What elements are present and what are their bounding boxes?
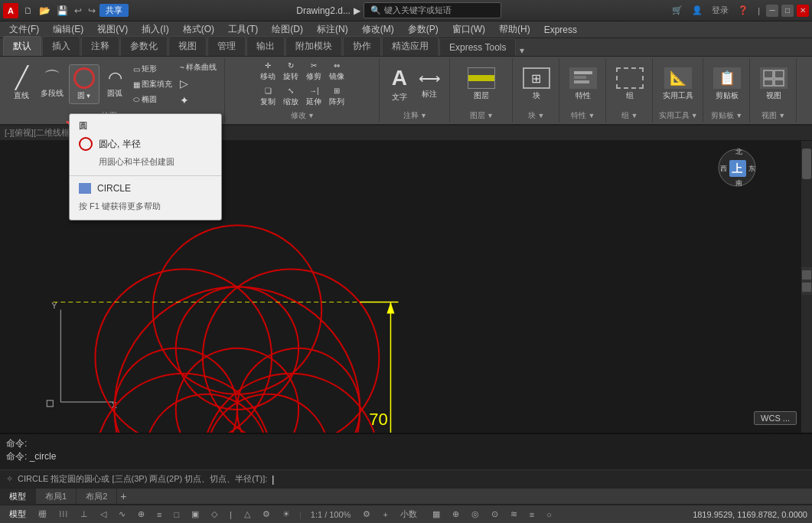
dyn-btn[interactable]: ◇ — [207, 508, 222, 521]
arc-btn[interactable]: ◠ 圆弧 — [101, 67, 129, 101]
tool2[interactable]: ⊕ — [448, 508, 464, 521]
array-btn[interactable]: ⊞ 阵列 — [326, 85, 347, 109]
extend-btn[interactable]: →| 延伸 — [303, 85, 324, 109]
tool3[interactable]: ◎ — [467, 508, 484, 521]
text-btn[interactable]: A 文字 — [386, 64, 413, 105]
tab-insert[interactable]: 插入 — [42, 36, 80, 56]
user-icon[interactable]: 👤 — [689, 4, 706, 17]
decimal-btn[interactable]: 小数 — [396, 507, 422, 521]
close-btn[interactable]: ✕ — [797, 5, 809, 17]
circle-dropdown-arrow[interactable]: ▼ — [86, 93, 92, 100]
ortho-btn[interactable]: ⊥ — [76, 508, 93, 521]
model-space-btn[interactable]: 模型 — [5, 507, 31, 521]
tab-layout2[interactable]: 布局2 — [77, 489, 117, 505]
snap-btn[interactable]: ⁞⁞⁞ — [54, 508, 73, 521]
redo-btn[interactable]: ↪ — [86, 4, 98, 18]
tool1[interactable]: ▦ — [428, 508, 445, 521]
menu-modify[interactable]: 修改(M) — [356, 21, 400, 38]
tab-output[interactable]: 输出 — [246, 36, 285, 56]
copy-btn[interactable]: ❏ 复制 — [257, 85, 279, 109]
tab-layout1[interactable]: 布局1 — [36, 489, 77, 505]
wipeout-btn[interactable]: ✦ — [177, 93, 220, 108]
layer-expand-icon[interactable]: ▼ — [487, 112, 494, 119]
share-btn[interactable]: 共享 — [99, 4, 129, 17]
tool4[interactable]: ⊙ — [487, 508, 503, 521]
lineweight-btn[interactable]: ≡ — [152, 508, 166, 521]
region-btn[interactable]: ▷ — [177, 76, 220, 91]
cart-icon[interactable]: 🛒 — [669, 4, 686, 17]
search-box[interactable]: 🔍 键入关键字或短语 — [364, 2, 501, 18]
annotscale-btn[interactable]: △ — [240, 508, 255, 521]
insert-block-btn[interactable]: ⊞ 块 — [519, 65, 554, 103]
login-btn[interactable]: 登录 — [709, 3, 732, 18]
tab-model[interactable]: 模型 — [0, 489, 36, 505]
minimize-btn[interactable]: ─ — [766, 5, 778, 17]
select-btn[interactable]: ▣ — [187, 508, 204, 521]
open-btn[interactable]: 📂 — [37, 4, 53, 18]
settings-btn[interactable]: ⚙ — [358, 508, 375, 521]
hatch-btn[interactable]: ▦ 图案填充 — [130, 77, 175, 91]
dim-btn[interactable]: ⟷ 标注 — [415, 67, 445, 102]
view-expand-icon[interactable]: ▼ — [778, 112, 785, 119]
tab-parametric[interactable]: 参数化 — [120, 36, 168, 56]
menu-draw[interactable]: 绘图(D) — [266, 21, 309, 38]
tool5[interactable]: ≋ — [506, 508, 522, 521]
rectangle-btn[interactable]: ▭ 矩形 — [130, 62, 175, 76]
menu-file[interactable]: 文件(F) — [3, 21, 45, 38]
workspace-btn[interactable]: ⚙ — [258, 508, 275, 521]
polar-btn[interactable]: ◁ — [96, 508, 111, 521]
scale-btn[interactable]: ⤡ 缩放 — [280, 85, 302, 109]
isnap-btn[interactable]: ∿ — [114, 508, 130, 521]
move-btn[interactable]: ✛ 移动 — [257, 60, 279, 83]
line-btn[interactable]: ╱ 直线 — [8, 65, 35, 103]
view-btn[interactable]: 视图 — [756, 65, 791, 103]
block-expand-icon[interactable]: ▼ — [537, 112, 544, 119]
scrollbar-thumb[interactable] — [802, 149, 811, 179]
new-btn[interactable]: 🗋 — [21, 4, 35, 18]
menu-param[interactable]: 参数(P) — [402, 21, 445, 38]
zoom-icon[interactable] — [802, 283, 811, 292]
measure-btn[interactable]: 📐 实用工具 — [659, 65, 697, 103]
tab-addons[interactable]: 附加模块 — [285, 36, 342, 56]
tab-annotate[interactable]: 注释 — [81, 36, 119, 56]
menu-tools[interactable]: 工具(T) — [222, 21, 264, 38]
polyline-btn[interactable]: ⌒ 多段线 — [37, 67, 67, 101]
tab-collab[interactable]: 协作 — [343, 36, 381, 56]
menu-help[interactable]: 帮助(H) — [493, 21, 536, 38]
3d-btn[interactable]: ⊕ — [133, 508, 149, 521]
tab-featured[interactable]: 精选应用 — [382, 36, 439, 56]
tool7[interactable]: ○ — [542, 508, 556, 521]
mirror-btn[interactable]: ⇔ 镜像 — [326, 60, 347, 83]
groups-expand-icon[interactable]: ▼ — [631, 112, 638, 119]
layer-btn[interactable]: 图层 — [464, 65, 499, 103]
grid-btn[interactable]: 栅 — [34, 507, 51, 521]
dropdown-item-center-radius[interactable]: 圆心, 半径 — [70, 133, 221, 155]
menu-express[interactable]: Express — [538, 23, 583, 37]
menu-window[interactable]: 窗口(W) — [446, 21, 491, 38]
prop-btn[interactable]: 特性 — [566, 65, 601, 103]
restore-btn[interactable]: □ — [781, 5, 794, 17]
group-btn[interactable]: 组 — [612, 65, 647, 103]
ribbon-collapse[interactable]: ▾ — [520, 45, 524, 56]
modify-expand-icon[interactable]: ▼ — [308, 112, 315, 119]
annotation-expand-icon[interactable]: ▼ — [420, 112, 427, 119]
menu-view[interactable]: 视图(V) — [91, 21, 134, 38]
save-btn[interactable]: 💾 — [54, 4, 70, 18]
help-icon[interactable]: ❓ — [735, 4, 752, 17]
plus-btn[interactable]: + — [378, 508, 392, 521]
prop-expand-icon[interactable]: ▼ — [588, 112, 595, 119]
undo-btn[interactable]: ↩ — [72, 4, 84, 18]
scrollbar-track[interactable] — [801, 141, 812, 433]
tab-default[interactable]: 默认 — [3, 36, 41, 56]
trim-btn[interactable]: ✂ 修剪 — [303, 60, 324, 83]
add-layout-btn[interactable]: + — [120, 490, 126, 502]
transparency-btn[interactable]: □ — [169, 508, 184, 521]
linewidth2-btn[interactable]: | — [225, 508, 236, 521]
tab-express[interactable]: Express Tools — [439, 38, 516, 56]
menu-annotate[interactable]: 标注(N) — [311, 21, 354, 38]
paste-btn[interactable]: 📋 剪贴板 — [709, 65, 745, 103]
scale-display[interactable]: 1:1 / 100% — [306, 508, 356, 521]
pan-icon[interactable] — [802, 270, 811, 279]
rotate-btn[interactable]: ↻ 旋转 — [280, 60, 302, 83]
ellipse-btn[interactable]: ⬭ 椭圆 — [130, 93, 175, 106]
